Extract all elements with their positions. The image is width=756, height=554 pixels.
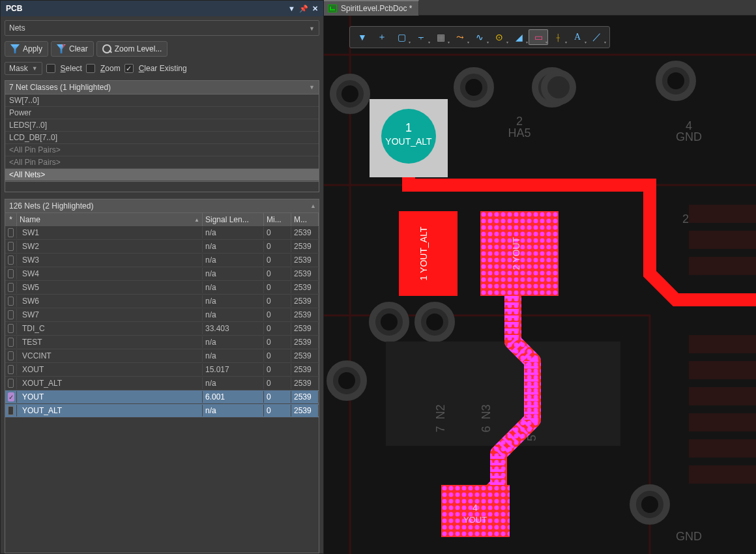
net-row[interactable]: VCCINTn/a02539	[5, 349, 319, 363]
sort-asc-icon: ▲	[194, 217, 199, 223]
route-tool[interactable]: ⤳▾	[450, 29, 470, 45]
net-row-min: 0	[264, 282, 291, 293]
net-row-checkbox[interactable]	[5, 295, 17, 307]
net-row-checkbox[interactable]	[5, 336, 17, 348]
net-class-item[interactable]: <All Pin Pairs>	[5, 156, 319, 169]
svg-rect-34	[689, 361, 756, 379]
select-rect-tool[interactable]: ▢▾	[392, 29, 411, 45]
select-checkbox[interactable]	[46, 64, 55, 73]
column-min[interactable]: Mi...	[264, 213, 291, 226]
svg-text:7  N2: 7 N2	[434, 404, 447, 432]
dimension-tool[interactable]: ▭▾	[529, 29, 548, 45]
net-row-min: 0	[264, 254, 291, 266]
net-row[interactable]: YOUT_ALTn/a02539	[5, 404, 319, 418]
net-row[interactable]: SW5n/a02539	[5, 281, 319, 295]
svg-text:HA5: HA5	[508, 126, 531, 139]
net-row[interactable]: SW6n/a02539	[5, 295, 319, 308]
zoom-checkbox-label[interactable]: Zoom	[100, 64, 121, 73]
column-signal-length[interactable]: Signal Len...	[203, 213, 264, 226]
via-tool[interactable]: ⊙▾	[489, 29, 509, 45]
net-row[interactable]: SW1n/a02539	[5, 226, 319, 240]
net-class-item[interactable]: SW[7..0]	[5, 95, 319, 107]
clear-button[interactable]: Clear	[51, 41, 94, 57]
svg-text:2: 2	[516, 115, 523, 128]
column-star[interactable]: *	[5, 213, 17, 226]
net-class-item[interactable]: <All Pin Pairs>	[5, 144, 319, 156]
svg-point-14	[426, 313, 443, 330]
net-row-signal-len: n/a	[203, 350, 264, 362]
polygon-tool[interactable]: ◢▾	[509, 29, 529, 45]
clear-existing-checkbox[interactable]	[124, 64, 134, 73]
column-max[interactable]: M...	[291, 213, 319, 226]
net-row-checkbox[interactable]	[5, 227, 17, 239]
net-class-item[interactable]: <All Nets>	[5, 169, 319, 181]
net-row-checkbox[interactable]	[5, 350, 17, 362]
measure-tool[interactable]: ⟊▾	[548, 29, 568, 45]
funnel-clear-icon	[57, 44, 66, 53]
net-row-checkbox[interactable]	[5, 364, 17, 375]
net-row-signal-len: n/a	[203, 309, 264, 321]
net-row-checkbox[interactable]	[5, 377, 17, 389]
zoom-level-button[interactable]: Zoom Level...	[96, 41, 168, 57]
net-row-signal-len: 6.001	[203, 391, 264, 403]
zoom-checkbox[interactable]	[86, 64, 95, 73]
svg-text:6  N3: 6 N3	[480, 404, 493, 432]
apply-button-label: Apply	[23, 44, 42, 53]
align-tool[interactable]: ⫟▾	[411, 29, 431, 45]
chevron-down-icon: ▼	[32, 65, 38, 72]
mask-dropdown[interactable]: Mask ▼	[5, 62, 42, 75]
net-row-checkbox[interactable]	[5, 323, 17, 334]
chevron-down-icon[interactable]: ▼	[309, 84, 315, 91]
net-class-item[interactable]: LEDS[7..0]	[5, 119, 319, 132]
apply-button[interactable]: Apply	[5, 41, 48, 57]
chevron-down-icon	[309, 23, 315, 33]
scope-dropdown-value: Nets	[9, 23, 25, 33]
filter-tool[interactable]: ▼	[353, 29, 372, 45]
diff-pair-tool[interactable]: ∿▾	[470, 29, 489, 45]
net-class-item[interactable]: Power	[5, 107, 319, 119]
nets-table-body: SW1n/a02539SW2n/a02539SW3n/a02539SW4n/a0…	[5, 226, 319, 553]
net-row-max: 2539	[291, 227, 319, 239]
net-row[interactable]: TDI_C33.40302539	[5, 322, 319, 336]
scope-dropdown[interactable]: Nets	[5, 20, 319, 36]
net-row-max: 2539	[291, 391, 319, 403]
net-classes-header[interactable]: 7 Net Classes (1 Highlighted) ▼	[5, 80, 319, 95]
net-row[interactable]: XOUT15.01702539	[5, 363, 319, 377]
document-tab[interactable]: SpiritLevel.PcbDoc *	[324, 0, 419, 16]
clear-existing-checkbox-label[interactable]: Clear Existing	[139, 64, 187, 73]
place-cursor-tool[interactable]: ＋	[372, 29, 392, 45]
nets-header[interactable]: 126 Nets (2 Highlighted) ▲	[5, 199, 319, 212]
svg-point-4	[342, 85, 358, 102]
panel-dropdown-icon[interactable]: ▼	[288, 5, 295, 12]
panel-close-icon[interactable]: ✕	[312, 5, 318, 13]
clear-button-label: Clear	[69, 44, 88, 53]
line-tool[interactable]: ／▾	[587, 29, 607, 45]
editor-area: SpiritLevel.PcbDoc *	[324, 0, 756, 554]
net-row[interactable]: TESTn/a02539	[5, 336, 319, 349]
net-row-checkbox[interactable]	[5, 282, 17, 293]
select-checkbox-label[interactable]: Select	[61, 64, 82, 73]
net-row-checkbox[interactable]	[5, 391, 17, 403]
net-row[interactable]: SW4n/a02539	[5, 267, 319, 281]
net-row[interactable]: XOUT_ALTn/a02539	[5, 377, 319, 390]
net-row-checkbox[interactable]	[5, 309, 17, 321]
net-row[interactable]: SW2n/a02539	[5, 240, 319, 254]
text-tool[interactable]: A▾	[568, 29, 587, 45]
net-row[interactable]: SW3n/a02539	[5, 254, 319, 267]
panel-pin-icon[interactable]: 📌	[299, 5, 308, 13]
net-row-checkbox[interactable]	[5, 268, 17, 280]
net-row-checkbox[interactable]	[5, 241, 17, 252]
pcb-canvas[interactable]: 2HA5 4GND 7 N2 6 N3 5 XOUT GND 2	[324, 16, 756, 554]
scroll-up-icon[interactable]: ▲	[310, 203, 316, 209]
net-row[interactable]: YOUT6.00102539	[5, 390, 319, 404]
net-row[interactable]: SW7n/a02539	[5, 308, 319, 322]
net-row-name: VCCINT	[17, 350, 203, 362]
svg-text:2: 2	[682, 212, 689, 226]
net-class-item[interactable]: LCD_DB[7..0]	[5, 132, 319, 144]
net-row-name: TDI_C	[17, 323, 203, 334]
net-row-checkbox[interactable]	[5, 254, 17, 266]
component-tool[interactable]: ▦▾	[431, 29, 450, 45]
column-name[interactable]: Name ▲	[17, 213, 203, 226]
svg-text:2  YOUT: 2 YOUT	[511, 237, 521, 270]
net-row-checkbox[interactable]	[5, 405, 17, 416]
